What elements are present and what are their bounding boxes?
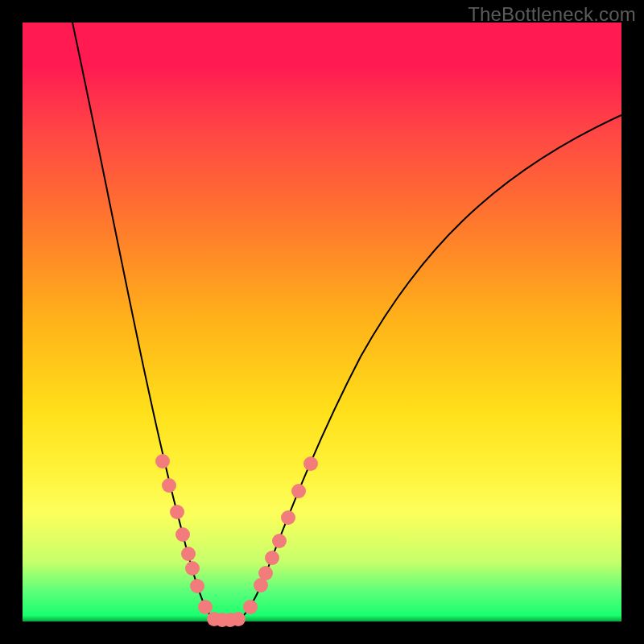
plot-area: [23, 23, 621, 621]
data-point: [265, 551, 279, 565]
data-point: [231, 612, 246, 626]
data-point: [185, 561, 200, 576]
data-point: [190, 579, 204, 593]
data-point: [170, 505, 184, 519]
data-point: [258, 566, 273, 580]
data-point: [281, 510, 295, 525]
curve-right: [238, 115, 621, 620]
curve-svg: [23, 23, 621, 621]
watermark-text: TheBottleneck.com: [468, 3, 636, 26]
curve-left: [72, 23, 216, 620]
data-point: [272, 534, 287, 548]
data-point: [198, 600, 213, 614]
chart-frame: TheBottleneck.com: [0, 0, 644, 644]
data-point: [155, 454, 170, 469]
data-point: [162, 478, 176, 493]
data-point: [291, 484, 306, 498]
dots-group: [155, 454, 318, 627]
data-point: [175, 527, 190, 542]
data-point: [181, 547, 196, 561]
data-point: [243, 600, 258, 614]
data-point: [303, 456, 318, 471]
